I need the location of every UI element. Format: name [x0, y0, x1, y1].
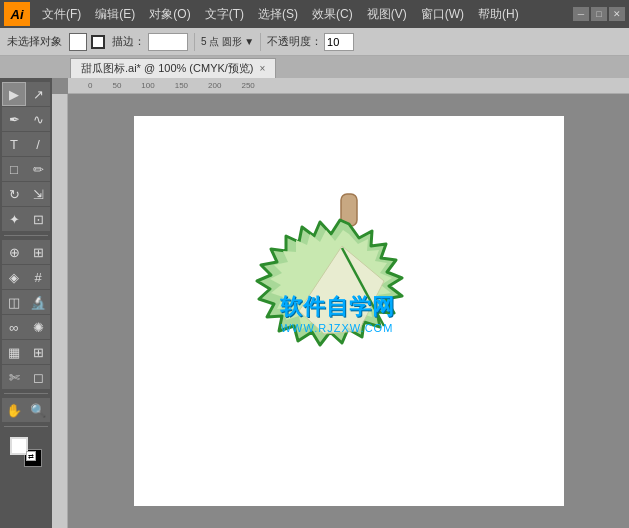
opacity-label: 不透明度：: [267, 34, 322, 49]
pencil-tool[interactable]: ✏: [26, 157, 50, 181]
swap-colors-icon[interactable]: ⇄: [26, 451, 36, 461]
artboard-tool[interactable]: ⊞: [26, 340, 50, 364]
durian-svg: [234, 186, 464, 436]
menu-edit[interactable]: 编辑(E): [89, 4, 141, 25]
rectangle-tool[interactable]: □: [2, 157, 26, 181]
toolbar-separator-1: [194, 33, 195, 51]
tab-bar: 甜瓜图标.ai* @ 100% (CMYK/预览) ×: [0, 56, 629, 78]
maximize-button[interactable]: □: [591, 7, 607, 21]
menu-view[interactable]: 视图(V): [361, 4, 413, 25]
ruler-left: [52, 94, 68, 528]
ai-logo: Ai: [4, 2, 30, 26]
tab-title: 甜瓜图标.ai* @ 100% (CMYK/预览): [81, 61, 254, 76]
type-tool[interactable]: T: [2, 132, 26, 156]
free-transform-tool[interactable]: ⊡: [26, 207, 50, 231]
color-swatches: ⇄: [8, 435, 44, 469]
slice-tool[interactable]: ✄: [2, 365, 26, 389]
menu-window[interactable]: 窗口(W): [415, 4, 470, 25]
menu-effect[interactable]: 效果(C): [306, 4, 359, 25]
blend-tool[interactable]: ∞: [2, 315, 26, 339]
close-button[interactable]: ✕: [609, 7, 625, 21]
left-toolbar: ▶ ↗ ✒ ∿ T / □ ✏ ↻ ⇲ ✦ ⊡ ⊕ ⊞ ◈ #: [0, 78, 52, 528]
perspective-tool[interactable]: ◈: [2, 265, 26, 289]
rotate-tool[interactable]: ↻: [2, 182, 26, 206]
tool-separator-1: [4, 235, 48, 236]
tool-row-12: ✄ ◻: [2, 365, 50, 389]
tool-row-7: ⊕ ⊞: [2, 240, 50, 264]
points-label: 5 点 圆形: [201, 35, 242, 49]
tool-row-13: ✋ 🔍: [2, 398, 50, 422]
menu-file[interactable]: 文件(F): [36, 4, 87, 25]
live-paint-tool[interactable]: ⊞: [26, 240, 50, 264]
symbol-tool[interactable]: ✺: [26, 315, 50, 339]
line-tool[interactable]: /: [26, 132, 50, 156]
menu-select[interactable]: 选择(S): [252, 4, 304, 25]
tool-row-11: ▦ ⊞: [2, 340, 50, 364]
title-bar: Ai 文件(F) 编辑(E) 对象(O) 文字(T) 选择(S) 效果(C) 视…: [0, 0, 629, 28]
toolbar: 未选择对象 描边： 5 点 圆形 ▼ 不透明度：: [0, 28, 629, 56]
menu-help[interactable]: 帮助(H): [472, 4, 525, 25]
shape-builder-tool[interactable]: ⊕: [2, 240, 26, 264]
window-controls: ─ □ ✕: [573, 7, 625, 21]
opacity-input[interactable]: [324, 33, 354, 51]
zoom-tool[interactable]: 🔍: [26, 398, 50, 422]
canvas-content: 软件自学网 WWW.RJZXW.COM: [68, 94, 629, 528]
tool-row-10: ∞ ✺: [2, 315, 50, 339]
fill-color-box[interactable]: [69, 33, 87, 51]
gradient-tool[interactable]: ◫: [2, 290, 26, 314]
tool-row-5: ↻ ⇲: [2, 182, 50, 206]
tool-row-2: ✒ ∿: [2, 107, 50, 131]
stroke-indicator[interactable]: [91, 35, 105, 49]
tab-close-button[interactable]: ×: [260, 63, 266, 74]
hand-tool[interactable]: ✋: [2, 398, 26, 422]
canvas-area[interactable]: 0 50 100 150 200 250 软件自学网 WWW.RJZXW.COM: [52, 78, 629, 528]
minimize-button[interactable]: ─: [573, 7, 589, 21]
menu-text[interactable]: 文字(T): [199, 4, 250, 25]
scale-tool[interactable]: ⇲: [26, 182, 50, 206]
tool-row-8: ◈ #: [2, 265, 50, 289]
document-tab[interactable]: 甜瓜图标.ai* @ 100% (CMYK/预览) ×: [70, 58, 276, 78]
pen-tool[interactable]: ✒: [2, 107, 26, 131]
curvature-tool[interactable]: ∿: [26, 107, 50, 131]
toolbar-separator-2: [260, 33, 261, 51]
artboard: 软件自学网 WWW.RJZXW.COM: [134, 116, 564, 506]
stroke-value-input[interactable]: [148, 33, 188, 51]
main-area: ▶ ↗ ✒ ∿ T / □ ✏ ↻ ⇲ ✦ ⊡ ⊕ ⊞ ◈ #: [0, 78, 629, 528]
tool-separator-2: [4, 393, 48, 394]
tool-row-4: □ ✏: [2, 157, 50, 181]
menu-object[interactable]: 对象(O): [143, 4, 196, 25]
tool-row-9: ◫ 🔬: [2, 290, 50, 314]
selection-tool[interactable]: ▶: [2, 82, 26, 106]
tool-row-3: T /: [2, 132, 50, 156]
selection-label: 未选择对象: [4, 33, 65, 50]
direct-selection-tool[interactable]: ↗: [26, 82, 50, 106]
graph-tool[interactable]: ▦: [2, 340, 26, 364]
points-dropdown-icon[interactable]: ▼: [244, 36, 254, 47]
stroke-label: 描边：: [109, 33, 148, 50]
tool-row-6: ✦ ⊡: [2, 207, 50, 231]
menu-bar: 文件(F) 编辑(E) 对象(O) 文字(T) 选择(S) 效果(C) 视图(V…: [36, 4, 573, 25]
ruler-top: 0 50 100 150 200 250: [68, 78, 629, 94]
puppet-warp-tool[interactable]: ✦: [2, 207, 26, 231]
mesh-tool[interactable]: #: [26, 265, 50, 289]
tool-row-1: ▶ ↗: [2, 82, 50, 106]
eraser-tool[interactable]: ◻: [26, 365, 50, 389]
eyedropper-tool[interactable]: 🔬: [26, 290, 50, 314]
tool-separator-3: [4, 426, 48, 427]
